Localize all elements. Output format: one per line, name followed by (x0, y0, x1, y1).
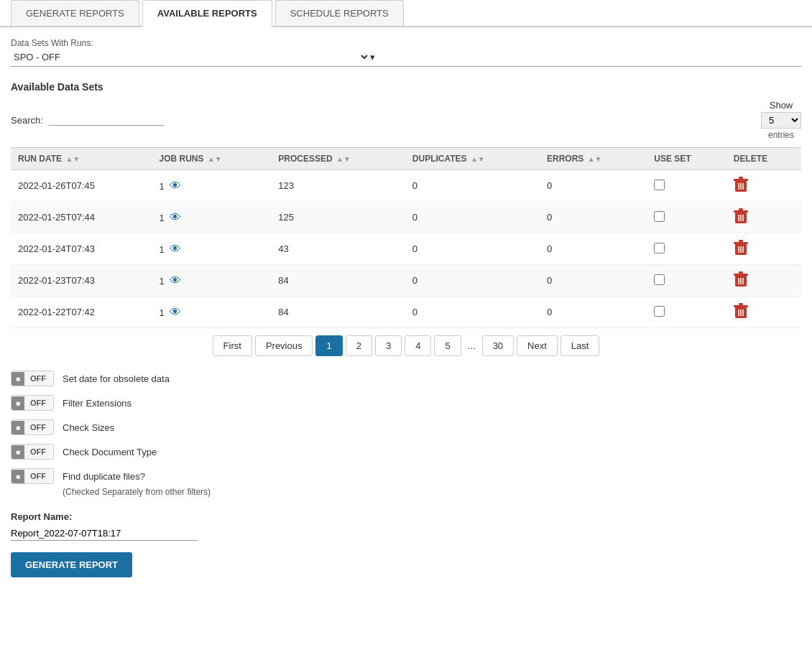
show-select[interactable]: 5 10 25 50 100 (761, 112, 801, 129)
toggle-doctype[interactable]: ■ OFF (11, 444, 54, 460)
trash-icon[interactable] (734, 208, 748, 225)
cell-processed: 43 (271, 233, 405, 265)
pagination-next[interactable]: Next (517, 335, 558, 356)
col-errors[interactable]: ERRORS ▲▼ (540, 148, 647, 170)
svg-rect-2 (739, 177, 743, 179)
svg-rect-20 (739, 271, 743, 274)
pagination-page-3[interactable]: 3 (375, 335, 402, 356)
svg-rect-14 (739, 240, 743, 242)
eye-icon[interactable]: 👁 (170, 306, 181, 318)
toggle-doctype-indicator: ■ (11, 445, 24, 459)
cell-errors: 0 (540, 233, 647, 265)
toggle-extensions[interactable]: ■ OFF (11, 395, 54, 411)
cell-delete[interactable] (726, 265, 801, 297)
toggle-sizes-indicator: ■ (11, 421, 24, 434)
trash-icon[interactable] (734, 271, 748, 288)
svg-rect-1 (734, 179, 748, 181)
col-duplicates[interactable]: DUPLICATES ▲▼ (405, 148, 540, 170)
use-set-checkbox[interactable] (654, 211, 665, 222)
cell-delete[interactable] (726, 297, 801, 328)
cell-run-date: 2022-01-22T07:42 (11, 297, 152, 328)
data-table: RUN DATE ▲▼ JOB RUNS ▲▼ PROCESSED ▲▼ DUP… (11, 147, 801, 328)
toggle-duplicates-indicator: ■ (11, 470, 24, 483)
svg-rect-25 (734, 305, 748, 307)
cell-errors: 0 (540, 170, 647, 202)
toggle-sizes[interactable]: ■ OFF (11, 419, 54, 435)
sort-icon-run-date: ▲▼ (65, 155, 80, 163)
use-set-checkbox[interactable] (654, 243, 665, 253)
cell-run-date: 2022-01-25T07:44 (11, 202, 152, 233)
col-job-runs[interactable]: JOB RUNS ▲▼ (152, 148, 272, 170)
cell-job-runs: 1 👁 (152, 265, 272, 297)
eye-icon[interactable]: 👁 (170, 274, 181, 287)
toggle-sizes-state: OFF (24, 420, 52, 434)
table-row: 2022-01-26T07:45 1 👁 123 0 0 (11, 170, 801, 202)
toggle-obsolete-state: OFF (24, 371, 52, 386)
use-set-checkbox[interactable] (654, 306, 665, 317)
pagination-previous[interactable]: Previous (255, 335, 313, 356)
pagination-page-2[interactable]: 2 (346, 335, 372, 356)
cell-use-set[interactable] (647, 202, 726, 233)
cell-processed: 84 (271, 297, 405, 328)
tab-available-reports[interactable]: AVAILABLE REPORTS (142, 0, 272, 27)
cell-use-set[interactable] (647, 170, 726, 202)
col-processed[interactable]: PROCESSED ▲▼ (271, 148, 405, 170)
pagination-page-5[interactable]: 5 (434, 335, 461, 356)
cell-use-set[interactable] (647, 233, 726, 265)
pagination-page-4[interactable]: 4 (405, 335, 431, 356)
col-run-date-label: RUN DATE (18, 154, 62, 164)
search-input[interactable] (49, 114, 164, 126)
report-name-label: Report Name: (11, 511, 801, 522)
toggle-duplicates[interactable]: ■ OFF (11, 468, 54, 484)
toggle-obsolete[interactable]: ■ OFF (11, 371, 54, 386)
toggle-doctype-label: Check Document Type (63, 447, 157, 457)
svg-rect-19 (734, 274, 748, 276)
pagination-page-30[interactable]: 30 (482, 335, 514, 356)
tab-generate-reports[interactable]: GENERATE REPORTS (11, 0, 139, 26)
search-label: Search: (11, 115, 43, 126)
col-run-date[interactable]: RUN DATE ▲▼ (11, 148, 152, 170)
use-set-checkbox[interactable] (654, 180, 665, 190)
toggle-obsolete-indicator: ■ (11, 372, 24, 386)
table-row: 2022-01-25T07:44 1 👁 125 0 0 (11, 202, 801, 233)
cell-processed: 84 (271, 265, 405, 297)
eye-icon[interactable]: 👁 (170, 180, 181, 192)
eye-icon[interactable]: 👁 (170, 243, 181, 255)
trash-icon[interactable] (734, 302, 748, 320)
pagination-ellipsis: … (464, 340, 479, 351)
trash-icon[interactable] (734, 176, 748, 193)
show-wrap: Show 5 10 25 50 100 entries (761, 100, 801, 140)
pagination-last[interactable]: Last (560, 335, 600, 356)
cell-delete[interactable] (726, 170, 801, 202)
use-set-checkbox[interactable] (654, 274, 665, 285)
col-delete-label: DELETE (734, 154, 767, 164)
cell-duplicates: 0 (405, 202, 540, 233)
tab-bar: GENERATE REPORTS AVAILABLE REPORTS SCHED… (0, 0, 812, 27)
cell-errors: 0 (540, 297, 647, 328)
table-header-row: RUN DATE ▲▼ JOB RUNS ▲▼ PROCESSED ▲▼ DUP… (11, 148, 801, 170)
trash-icon[interactable] (734, 239, 748, 256)
available-datasets-title: Available Data Sets (11, 81, 801, 93)
dataset-select[interactable]: SPO - OFF (11, 51, 370, 63)
toggle-row-doctype: ■ OFF Check Document Type (11, 444, 801, 460)
cell-delete[interactable] (726, 202, 801, 233)
cell-delete[interactable] (726, 233, 801, 265)
main-content: Data Sets With Runs: SPO - OFF ▾ Availab… (0, 27, 812, 588)
cell-use-set[interactable] (647, 265, 726, 297)
pagination-page-1[interactable]: 1 (315, 335, 342, 356)
eye-icon[interactable]: 👁 (170, 211, 181, 223)
pagination-first[interactable]: First (213, 335, 252, 356)
toggle-sizes-label: Check Sizes (63, 422, 114, 433)
pagination: First Previous 1 2 3 4 5 … 30 Next Last (11, 335, 801, 356)
table-row: 2022-01-23T07:43 1 👁 84 0 0 (11, 265, 801, 297)
tab-schedule-reports[interactable]: SCHEDULE REPORTS (275, 0, 404, 26)
report-name-input[interactable] (11, 526, 198, 541)
cell-use-set[interactable] (647, 297, 726, 328)
toggle-row-obsolete: ■ OFF Set date for obsolete data (11, 371, 801, 386)
cell-job-runs: 1 👁 (152, 297, 272, 328)
toggle-obsolete-label: Set date for obsolete data (63, 373, 170, 384)
generate-report-button[interactable]: GENERATE REPORT (11, 552, 132, 577)
toggle-duplicates-label: Find duplicate files? (63, 471, 145, 482)
cell-run-date: 2022-01-26T07:45 (11, 170, 152, 202)
cell-duplicates: 0 (405, 233, 540, 265)
